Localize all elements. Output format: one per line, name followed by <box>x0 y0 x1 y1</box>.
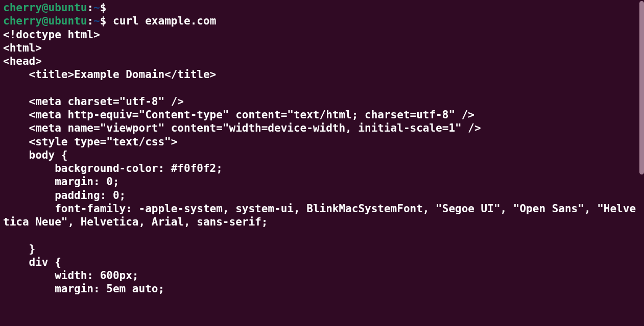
prompt-path: ~ <box>93 2 100 14</box>
prompt-colon: : <box>87 15 93 27</box>
prompt-user: cherry@ubuntu <box>3 15 87 27</box>
command-line[interactable] <box>106 2 113 14</box>
prompt-dollar: $ <box>100 15 107 27</box>
command-line[interactable]: curl example.com <box>106 15 216 27</box>
prompt-user: cherry@ubuntu <box>3 2 87 14</box>
command-text: curl example.com <box>113 15 216 27</box>
prompt-path: ~ <box>93 15 100 27</box>
terminal-viewport[interactable]: cherry@ubuntu:~$ cherry@ubuntu:~$ curl e… <box>0 0 644 326</box>
command-output: <!doctype html> <html> <head> <title>Exa… <box>3 29 636 295</box>
prompt-colon: : <box>87 2 93 14</box>
prompt-dollar: $ <box>100 2 107 14</box>
scrollbar-thumb[interactable] <box>639 1 644 174</box>
